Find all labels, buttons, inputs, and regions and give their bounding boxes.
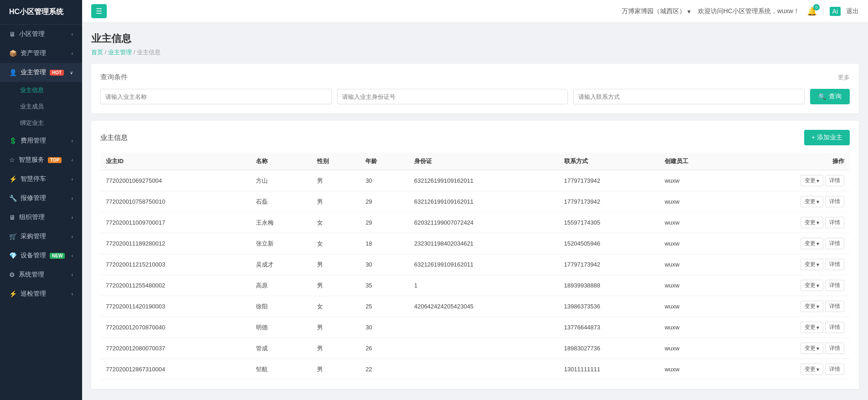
detail-button[interactable]: 详情 [825,364,844,375]
sidebar-item-smart[interactable]: ☆ 智慧服务 TOP ‹ [0,150,82,169]
sidebar-item-repair[interactable]: 🔧 报修管理 ‹ [0,189,82,208]
content-area: 业主信息 首页 / 业主管理 / 业主信息 查询条件 更多 🔍 查询 [82,23,868,400]
cell-gender: 男 [312,170,360,191]
avatar-button[interactable]: Ai [830,6,841,16]
detail-button[interactable]: 详情 [825,217,844,228]
change-button[interactable]: 变更 ▾ [800,343,823,354]
sidebar-item-parking[interactable]: ⚡ 智慧停车 ‹ [0,169,82,189]
cell-creator: wuxw [659,212,733,233]
search-button[interactable]: 🔍 查询 [810,89,850,104]
search-name-input[interactable] [100,89,332,104]
table-header: 业主信息 + 添加业主 [100,130,850,145]
sidebar-item-purchase[interactable]: 🛒 采购管理 ‹ [0,227,82,246]
cell-phone: 15597174305 [559,212,660,233]
table-section-title: 业主信息 [100,133,128,142]
search-more-button[interactable]: 更多 [838,73,850,82]
table-thead: 业主ID 名称 性别 年龄 身份证 联系方式 创建员工 操作 [100,153,850,170]
table-row: 77202001207087004​0 明德 男 30 13776644873 … [100,317,850,338]
sidebar-item-org[interactable]: 🖥 组织管理 ‹ [0,208,82,227]
cell-age: 18 [360,233,409,254]
menu-toggle-button[interactable]: ☰ [91,4,107,18]
cell-creator: wuxw [659,296,733,317]
detail-button[interactable]: 详情 [825,322,844,333]
arrow-icon: ‹ [72,177,73,182]
arrow-icon: ∨ [70,70,73,75]
cell-phone: 17797173942 [559,191,660,212]
table-card: 业主信息 + 添加业主 业主ID 名称 性别 年龄 身份证 联系方式 创建员工 … [91,121,859,389]
sidebar-item-device[interactable]: 💎 设备管理 NEW ‹ [0,246,82,265]
cell-phone: 13986373536 [559,296,660,317]
add-owner-button[interactable]: + 添加业主 [804,130,850,145]
breadcrumb-owners[interactable]: 业主管理 [108,49,132,56]
change-button[interactable]: 变更 ▾ [800,364,823,375]
sidebar-item-community[interactable]: 🖥 小区管理 ‹ [0,25,82,44]
cell-age: 30 [360,170,409,191]
notification-button[interactable]: 🔔 0 [807,6,817,16]
new-badge: NEW [50,253,65,259]
cell-actions: 变更 ▾ 详情 [733,359,850,380]
cell-actions: 变更 ▾ 详情 [733,254,850,275]
cell-gender: 男 [312,254,360,275]
cell-idcard [409,317,559,338]
location-arrow-icon: ▾ [687,8,691,15]
change-button[interactable]: 变更 ▾ [800,217,823,228]
cell-idcard: 632126199109162011 [409,254,559,275]
change-button[interactable]: 变更 ▾ [800,238,823,249]
cell-phone: 15204505946 [559,233,660,254]
arrow-icon: ‹ [72,292,73,297]
sidebar-sub-owner-bind[interactable]: 绑定业主 [0,115,82,131]
cell-age: 29 [360,191,409,212]
cell-id: 77202001286731000​4 [100,359,250,380]
change-button[interactable]: 变更 ▾ [800,175,823,186]
search-phone-input[interactable] [573,89,805,104]
change-button[interactable]: 变更 ▾ [800,280,823,291]
breadcrumb-home[interactable]: 首页 [91,49,103,56]
dropdown-arrow-icon: ▾ [816,324,819,331]
arrow-icon: ‹ [72,138,73,144]
detail-button[interactable]: 详情 [825,259,844,270]
table-row: 77202001118928001​2 张立新 女 18 23230119840… [100,233,850,254]
search-icon: 🔍 [818,93,826,100]
table-row: 77202001069275004 方山 男 30 63212619910916… [100,170,850,191]
detail-button[interactable]: 详情 [825,196,844,207]
sidebar-item-system[interactable]: ⚙ 系统管理 ‹ [0,265,82,284]
cell-gender: 男 [312,338,360,359]
cell-name: 王永梅 [250,212,312,233]
detail-button[interactable]: 详情 [825,343,844,354]
search-idcard-input[interactable] [337,89,568,104]
change-button[interactable]: 变更 ▾ [800,259,823,270]
cell-age: 29 [360,212,409,233]
detail-button[interactable]: 详情 [825,280,844,291]
dropdown-arrow-icon: ▾ [816,241,819,247]
change-button[interactable]: 变更 ▾ [800,196,823,207]
detail-button[interactable]: 详情 [825,238,844,249]
cell-name: 高原 [250,275,312,296]
change-button[interactable]: 变更 ▾ [800,322,823,333]
dropdown-arrow-icon: ▾ [816,366,819,373]
cell-actions: 变更 ▾ 详情 [733,275,850,296]
arrow-icon: ‹ [72,215,73,220]
change-button[interactable]: 变更 ▾ [800,301,823,312]
arrow-icon: ‹ [72,32,73,37]
sidebar-item-fees[interactable]: 💲 费用管理 ‹ [0,131,82,150]
sidebar-item-assets[interactable]: 📦 资产管理 ‹ [0,44,82,63]
location-selector[interactable]: 万博家博园（城西区） ▾ [622,7,691,15]
sidebar-item-patrol[interactable]: ⚡ 巡检管理 ‹ [0,284,82,303]
cell-id: 77202001118928001​2 [100,233,250,254]
sidebar-item-owners[interactable]: 👤 业主管理 HOT ∨ [0,63,82,82]
logout-button[interactable]: 退出 [846,7,859,15]
sidebar-sub-owner-info[interactable]: 业主信息 [0,82,82,98]
divider: | [822,8,824,15]
cell-name: 吴成才 [250,254,312,275]
detail-button[interactable]: 详情 [825,301,844,312]
detail-button[interactable]: 详情 [825,175,844,186]
wrench-icon: 🔧 [9,195,17,202]
cell-actions: 变更 ▾ 详情 [733,296,850,317]
sidebar-sub-owner-member[interactable]: 业主成员 [0,98,82,115]
cell-idcard: 1 [409,275,559,296]
person-icon: 👤 [9,69,17,76]
search-row: 🔍 查询 [100,89,850,104]
cell-actions: 变更 ▾ 详情 [733,317,850,338]
cell-name: 徐阳 [250,296,312,317]
cell-gender: 女 [312,212,360,233]
